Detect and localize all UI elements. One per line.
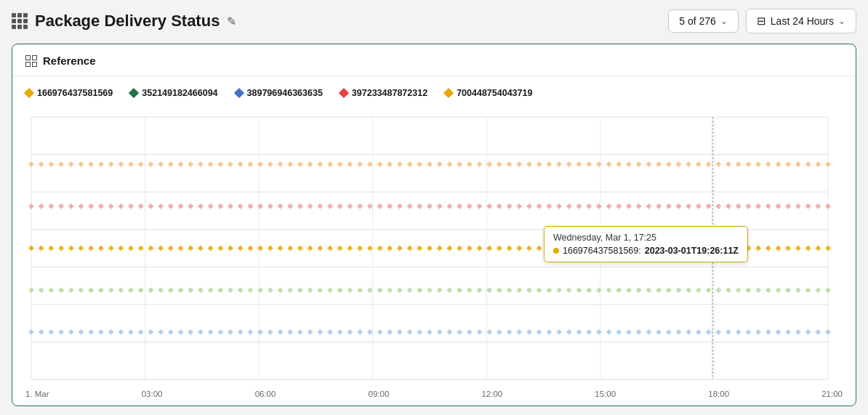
legend: 166976437581569 352149182466094 38979694… (25, 88, 843, 98)
x-axis-label: 15:00 (595, 390, 616, 398)
svg-marker-110 (158, 204, 164, 209)
svg-marker-252 (765, 246, 771, 251)
svg-marker-261 (48, 287, 54, 293)
svg-marker-298 (417, 287, 422, 293)
edit-icon[interactable]: ✎ (227, 15, 236, 28)
svg-marker-237 (616, 246, 622, 251)
svg-marker-285 (287, 287, 293, 293)
pagination-button[interactable]: 5 of 276 ⌄ (668, 9, 739, 33)
svg-marker-119 (247, 204, 253, 209)
svg-marker-321 (646, 287, 651, 293)
svg-marker-66 (526, 161, 532, 167)
svg-marker-168 (736, 204, 742, 209)
svg-marker-156 (616, 204, 622, 209)
svg-marker-159 (646, 204, 651, 209)
svg-marker-58 (446, 161, 452, 167)
svg-marker-175 (805, 204, 811, 209)
time-range-button[interactable]: ⊟ Last 24 Hours ⌄ (746, 9, 856, 33)
svg-marker-418 (805, 329, 811, 335)
svg-marker-312 (556, 287, 562, 293)
svg-marker-56 (427, 161, 433, 167)
svg-marker-139 (446, 204, 452, 209)
svg-marker-293 (367, 287, 373, 293)
svg-marker-218 (427, 246, 433, 251)
svg-marker-153 (586, 204, 592, 209)
svg-marker-60 (467, 161, 473, 167)
svg-marker-291 (347, 287, 353, 293)
svg-marker-346 (88, 329, 94, 335)
svg-marker-227 (516, 246, 522, 251)
svg-marker-411 (736, 329, 742, 335)
svg-marker-232 (566, 246, 572, 251)
svg-marker-225 (497, 246, 502, 251)
svg-marker-41 (278, 161, 284, 167)
svg-marker-274 (178, 287, 184, 293)
header-left: Package Delivery Status ✎ (12, 12, 236, 31)
svg-marker-297 (407, 287, 413, 293)
svg-marker-183 (79, 246, 84, 251)
svg-marker-357 (198, 329, 204, 335)
svg-marker-410 (726, 329, 731, 335)
svg-marker-392 (546, 329, 552, 335)
svg-marker-149 (546, 204, 552, 209)
svg-marker-63 (497, 161, 502, 167)
svg-marker-208 (327, 246, 333, 251)
svg-marker-318 (616, 287, 622, 293)
svg-marker-296 (397, 287, 403, 293)
svg-marker-198 (228, 246, 233, 251)
svg-marker-353 (158, 329, 164, 335)
svg-marker-264 (79, 287, 84, 293)
svg-marker-364 (268, 329, 273, 335)
page-title: Package Delivery Status (35, 12, 220, 31)
svg-marker-307 (507, 287, 513, 293)
svg-marker-150 (556, 204, 562, 209)
svg-marker-241 (656, 246, 662, 251)
svg-marker-412 (745, 329, 751, 335)
svg-marker-324 (676, 287, 682, 293)
svg-marker-210 (347, 246, 353, 251)
svg-marker-17 (39, 161, 44, 167)
svg-marker-92 (785, 161, 791, 167)
svg-marker-305 (486, 287, 492, 293)
svg-marker-90 (765, 161, 771, 167)
svg-marker-284 (278, 287, 284, 293)
svg-marker-109 (148, 204, 153, 209)
svg-marker-384 (467, 329, 473, 335)
chart-body: Wednesday, Mar 1, 17:25 166976437581569:… (25, 110, 843, 398)
svg-marker-300 (437, 287, 443, 293)
svg-marker-81 (676, 161, 682, 167)
svg-marker-201 (257, 246, 263, 251)
svg-marker-317 (606, 287, 612, 293)
svg-marker-53 (397, 161, 403, 167)
x-axis: 1. Mar03:0006:0009:0012:0015:0018:0021:0… (25, 387, 843, 398)
svg-marker-89 (755, 161, 761, 167)
svg-marker-143 (486, 204, 492, 209)
svg-marker-101 (68, 204, 74, 209)
svg-marker-250 (745, 246, 751, 251)
svg-marker-67 (537, 161, 542, 167)
svg-marker-372 (347, 329, 353, 335)
svg-marker-51 (377, 161, 383, 167)
svg-marker-186 (108, 246, 114, 251)
svg-marker-213 (377, 246, 383, 251)
svg-marker-217 (417, 246, 422, 251)
svg-marker-309 (526, 287, 532, 293)
svg-marker-408 (706, 329, 712, 335)
svg-marker-54 (407, 161, 413, 167)
svg-marker-334 (776, 287, 781, 293)
svg-marker-416 (785, 329, 791, 335)
svg-marker-219 (437, 246, 443, 251)
svg-marker-84 (706, 161, 712, 167)
svg-marker-72 (586, 161, 592, 167)
time-range-label: Last 24 Hours (771, 15, 834, 27)
svg-marker-243 (676, 246, 682, 251)
svg-marker-326 (696, 287, 702, 293)
svg-marker-182 (68, 246, 74, 251)
svg-marker-97 (28, 204, 34, 209)
svg-marker-358 (208, 329, 214, 335)
svg-marker-188 (128, 246, 134, 251)
svg-marker-30 (168, 161, 174, 167)
time-range-chevron: ⌄ (838, 16, 845, 26)
svg-marker-216 (407, 246, 413, 251)
svg-marker-234 (586, 246, 592, 251)
